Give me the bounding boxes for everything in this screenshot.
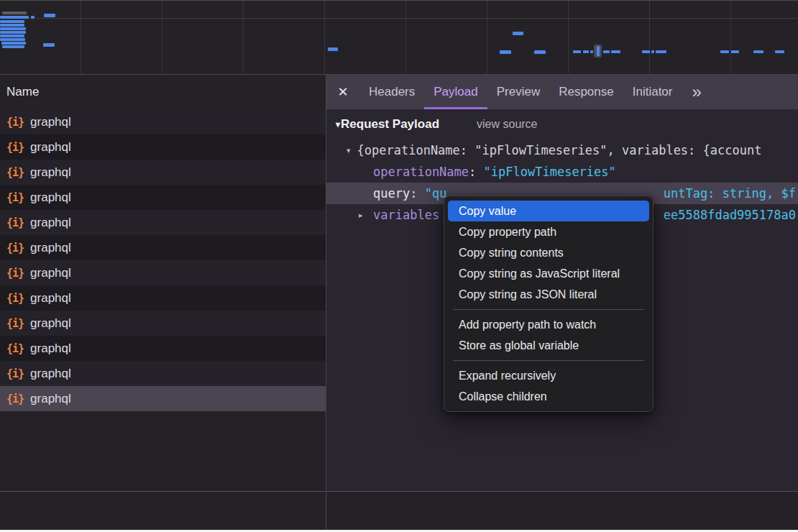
overview-request-bar <box>611 50 620 53</box>
request-row[interactable]: {i}graphql <box>0 285 326 311</box>
menu-item-collapse-children[interactable]: Collapse children <box>444 386 653 407</box>
request-row[interactable]: {i}graphql <box>0 134 326 160</box>
tab-payload[interactable]: Payload <box>424 75 487 109</box>
name-column-header[interactable]: Name <box>0 75 326 109</box>
overview-request-bar <box>2 45 24 48</box>
json-braces-icon: {i} <box>6 393 24 405</box>
request-row-selected[interactable]: {i}graphql <box>0 386 326 411</box>
tab-headers[interactable]: Headers <box>359 75 424 109</box>
request-name: graphql <box>30 165 71 180</box>
overview-request-bar <box>0 38 25 41</box>
json-braces-icon: {i} <box>6 367 24 380</box>
overview-gridline <box>0 18 798 19</box>
overview-request-bar <box>328 47 338 51</box>
overview-request-bar <box>590 50 593 53</box>
payload-root-row[interactable]: ▾ {operationName: "ipFlowTimeseries", va… <box>326 139 798 161</box>
overview-request-bar <box>603 50 610 53</box>
request-name: graphql <box>30 392 71 406</box>
overview-request-bar <box>720 50 729 53</box>
menu-item-add-property-path-to-watch[interactable]: Add property path to watch <box>444 314 653 335</box>
context-menu: Copy value Copy property path Copy strin… <box>444 196 653 412</box>
menu-item-copy-value[interactable]: Copy value <box>448 201 649 221</box>
menu-item-copy-property-path[interactable]: Copy property path <box>444 221 653 242</box>
triangle-down-icon: ▾ <box>336 119 340 129</box>
request-name: graphql <box>30 367 71 381</box>
menu-item-copy-string-contents[interactable]: Copy string contents <box>444 242 653 263</box>
close-button[interactable]: ✕ <box>326 75 359 109</box>
property-value-right: ee5588fdad995178a0 <box>664 204 796 226</box>
request-name: graphql <box>30 341 71 356</box>
tab-preview[interactable]: Preview <box>487 75 549 109</box>
json-braces-icon: {i} <box>6 267 24 280</box>
name-column-label: Name <box>6 85 39 99</box>
request-row[interactable]: {i}graphql <box>0 160 326 185</box>
tab-overflow-button[interactable]: » <box>683 75 710 109</box>
overview-request-bar <box>0 20 24 23</box>
request-payload-section-toggle[interactable]: ▾ Request Payload <box>336 117 439 132</box>
menu-item-store-as-global-variable[interactable]: Store as global variable <box>444 335 653 356</box>
overview-request-bar <box>513 32 523 35</box>
request-name: graphql <box>30 140 71 155</box>
overview-request-bar <box>2 12 27 14</box>
close-icon: ✕ <box>337 84 348 100</box>
request-payload-title: Request Payload <box>341 117 439 132</box>
overview-request-bar <box>597 46 600 56</box>
property-key: query <box>373 186 410 201</box>
menu-item-copy-string-js-literal[interactable]: Copy string as JavaScript literal <box>444 263 653 284</box>
property-value-right: untTag: string, $f <box>664 183 796 204</box>
request-row[interactable]: {i}graphql <box>0 336 326 361</box>
request-row[interactable]: {i}graphql <box>0 311 326 336</box>
tab-response[interactable]: Response <box>549 75 623 109</box>
overview-request-bar <box>0 27 26 30</box>
request-row[interactable]: {i}graphql <box>0 185 326 210</box>
json-braces-icon: {i} <box>6 141 24 154</box>
request-row[interactable]: {i}graphql <box>0 109 326 134</box>
overview-request-bar <box>573 50 581 53</box>
request-name: graphql <box>30 216 71 230</box>
overview-request-bar <box>0 35 24 37</box>
overview-request-bar <box>651 50 654 53</box>
json-braces-icon: {i} <box>6 242 24 254</box>
chevron-double-right-icon: » <box>692 82 701 102</box>
overview-request-bar <box>753 50 763 53</box>
request-row[interactable]: {i}graphql <box>0 260 326 285</box>
tab-initiator[interactable]: Initiator <box>623 75 682 109</box>
menu-separator <box>453 360 644 361</box>
panel-divider[interactable] <box>326 75 326 530</box>
menu-separator <box>453 309 644 310</box>
view-source-link[interactable]: view source <box>477 118 537 131</box>
request-name: graphql <box>30 291 71 306</box>
json-braces-icon: {i} <box>6 292 24 305</box>
overview-request-bar <box>642 50 650 53</box>
request-row[interactable]: {i}graphql <box>0 235 326 260</box>
overview-request-bar <box>44 14 55 17</box>
menu-item-copy-string-json-literal[interactable]: Copy string as JSON literal <box>444 284 653 305</box>
request-row[interactable]: {i}graphql <box>0 210 326 235</box>
json-braces-icon: {i} <box>6 116 24 129</box>
overview-request-bar <box>1 42 26 45</box>
overview-request-bar <box>43 43 55 47</box>
request-row[interactable]: {i}graphql <box>0 361 326 386</box>
overview-request-bar <box>731 50 739 53</box>
overview-request-bar <box>656 50 666 53</box>
operation-name-row[interactable]: operationName: "ipFlowTimeseries" <box>326 161 798 183</box>
payload-header: ▾ Request Payload view source <box>326 109 798 139</box>
json-braces-icon: {i} <box>6 166 24 179</box>
property-key: operationName <box>373 165 469 179</box>
request-list: {i}graphql {i}graphql {i}graphql {i}grap… <box>0 109 326 411</box>
detail-tabbar: ✕ Headers Payload Preview Response Initi… <box>326 75 798 109</box>
request-name: graphql <box>30 316 71 331</box>
request-name: graphql <box>30 266 71 280</box>
json-braces-icon: {i} <box>6 317 24 330</box>
menu-item-expand-recursively[interactable]: Expand recursively <box>444 365 653 386</box>
property-key: variables <box>373 208 439 222</box>
json-braces-icon: {i} <box>6 216 24 229</box>
overview-request-bar <box>0 24 24 27</box>
overview-request-bar <box>31 16 35 19</box>
devtools-network-panel: Name ✕ Headers Payload Preview Response … <box>0 0 798 532</box>
triangle-down-icon: ▾ <box>347 146 351 155</box>
request-name: graphql <box>30 191 71 205</box>
overview-request-bar <box>0 31 26 34</box>
network-overview[interactable] <box>0 0 798 75</box>
request-name: graphql <box>30 115 71 129</box>
